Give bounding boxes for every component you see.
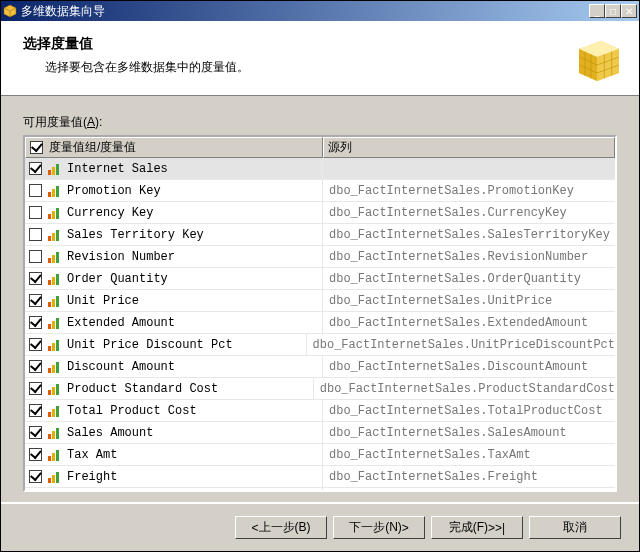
source-column: dbo_FactInternetSales.ProductStandardCos… [314, 382, 615, 396]
source-column: dbo_FactInternetSales.SalesTerritoryKey [323, 228, 615, 242]
measures-table: 度量值组/度量值 源列 Internet SalesPromotion Keyd… [23, 135, 617, 492]
minimize-button[interactable]: _ [589, 4, 605, 18]
table-row[interactable]: Internet Sales 计数dbo_FactInternetSales [25, 488, 615, 490]
wizard-cube-icon [569, 37, 621, 85]
measure-icon [48, 471, 61, 483]
source-column: dbo_FactInternetSales.TaxAmt [323, 448, 615, 462]
maximize-button[interactable]: □ [605, 4, 621, 18]
source-column: dbo_FactInternetSales.UnitPrice [323, 294, 615, 308]
measure-name: Tax Amt [67, 448, 117, 462]
col-header-group[interactable]: 度量值组/度量值 [25, 137, 323, 158]
row-checkbox[interactable] [29, 404, 42, 417]
source-column: dbo_FactInternetSales.RevisionNumber [323, 250, 615, 264]
page-subtitle: 选择要包含在多维数据集中的度量值。 [45, 59, 569, 76]
row-checkbox[interactable] [29, 206, 42, 219]
page-title: 选择度量值 [23, 35, 569, 53]
measure-name: Sales Territory Key [67, 228, 204, 242]
measure-name: Unit Price Discount Pct [67, 338, 233, 352]
source-column: dbo_FactInternetSales.TotalProductCost [323, 404, 615, 418]
row-checkbox[interactable] [29, 360, 42, 373]
measure-icon [48, 339, 61, 351]
measure-icon [48, 383, 61, 395]
title-bar: 多维数据集向导 _ □ ✕ [1, 1, 639, 21]
measure-icon [48, 207, 61, 219]
measure-icon [48, 163, 61, 175]
window-buttons: _ □ ✕ [589, 4, 637, 18]
wizard-window: 多维数据集向导 _ □ ✕ 选择度量值 选择要包含在多维数据集中的度量值。 [0, 0, 640, 552]
table-row[interactable]: Order Quantitydbo_FactInternetSales.Orde… [25, 268, 615, 290]
measure-name: Unit Price [67, 294, 139, 308]
close-button[interactable]: ✕ [621, 4, 637, 18]
back-button[interactable]: 上一步(B) [235, 516, 327, 539]
finish-button[interactable]: 完成(F) >>| [431, 516, 523, 539]
table-row[interactable]: Sales Territory Keydbo_FactInternetSales… [25, 224, 615, 246]
row-checkbox[interactable] [29, 184, 42, 197]
measure-icon [48, 185, 61, 197]
row-checkbox[interactable] [29, 448, 42, 461]
table-row[interactable]: Sales Amountdbo_FactInternetSales.SalesA… [25, 422, 615, 444]
window-title: 多维数据集向导 [21, 3, 589, 20]
source-column: dbo_FactInternetSales.ExtendedAmount [323, 316, 615, 330]
table-row[interactable]: Discount Amountdbo_FactInternetSales.Dis… [25, 356, 615, 378]
table-row[interactable]: Extended Amountdbo_FactInternetSales.Ext… [25, 312, 615, 334]
measure-icon [48, 317, 61, 329]
row-checkbox[interactable] [29, 470, 42, 483]
cube-icon [3, 4, 17, 18]
next-button[interactable]: 下一步(N) [333, 516, 425, 539]
wizard-footer: 上一步(B) 下一步(N) 完成(F) >>| 取消 [1, 503, 639, 551]
table-row[interactable]: Internet Sales [25, 158, 615, 180]
measure-name: Currency Key [67, 206, 153, 220]
select-all-checkbox[interactable] [30, 141, 43, 154]
measure-name: Order Quantity [67, 272, 168, 286]
table-row[interactable]: Unit Price Discount Pctdbo_FactInternetS… [25, 334, 615, 356]
measure-name: Total Product Cost [67, 404, 197, 418]
wizard-header: 选择度量值 选择要包含在多维数据集中的度量值。 [1, 21, 639, 96]
source-column: dbo_FactInternetSales.DiscountAmount [323, 360, 615, 374]
table-row[interactable]: Currency Keydbo_FactInternetSales.Curren… [25, 202, 615, 224]
table-row[interactable]: Revision Numberdbo_FactInternetSales.Rev… [25, 246, 615, 268]
cancel-button[interactable]: 取消 [529, 516, 621, 539]
row-checkbox[interactable] [29, 294, 42, 307]
available-measures-label: 可用度量值(A): [23, 114, 617, 131]
row-checkbox[interactable] [29, 316, 42, 329]
table-row[interactable]: Tax Amtdbo_FactInternetSales.TaxAmt [25, 444, 615, 466]
table-row[interactable]: Freightdbo_FactInternetSales.Freight [25, 466, 615, 488]
measure-icon [48, 251, 61, 263]
measure-name: Product Standard Cost [67, 382, 218, 396]
measure-name: Promotion Key [67, 184, 161, 198]
table-row[interactable]: Unit Pricedbo_FactInternetSales.UnitPric… [25, 290, 615, 312]
row-checkbox[interactable] [29, 426, 42, 439]
source-column: dbo_FactInternetSales.CurrencyKey [323, 206, 615, 220]
row-checkbox[interactable] [29, 272, 42, 285]
source-column: dbo_FactInternetSales.UnitPriceDiscountP… [307, 338, 615, 352]
measure-icon [48, 273, 61, 285]
source-column: dbo_FactInternetSales.SalesAmount [323, 426, 615, 440]
measure-icon [48, 427, 61, 439]
measure-icon [48, 449, 61, 461]
measure-name: Sales Amount [67, 426, 153, 440]
col-header-source[interactable]: 源列 [323, 137, 615, 158]
source-column: dbo_FactInternetSales.PromotionKey [323, 184, 615, 198]
measure-name: Extended Amount [67, 316, 175, 330]
table-row[interactable]: Total Product Costdbo_FactInternetSales.… [25, 400, 615, 422]
wizard-body: 可用度量值(A): 度量值组/度量值 源列 Internet SalesProm… [1, 96, 639, 502]
row-checkbox[interactable] [29, 338, 42, 351]
row-checkbox[interactable] [29, 382, 42, 395]
row-checkbox[interactable] [29, 162, 42, 175]
measure-icon [48, 405, 61, 417]
table-header: 度量值组/度量值 源列 [25, 137, 615, 158]
measure-name: Internet Sales [67, 162, 168, 176]
row-checkbox[interactable] [29, 228, 42, 241]
table-body: Internet SalesPromotion Keydbo_FactInter… [25, 158, 615, 490]
source-column: dbo_FactInternetSales.Freight [323, 470, 615, 484]
table-row[interactable]: Product Standard Costdbo_FactInternetSal… [25, 378, 615, 400]
row-checkbox[interactable] [29, 250, 42, 263]
measure-icon [48, 361, 61, 373]
source-column: dbo_FactInternetSales.OrderQuantity [323, 272, 615, 286]
measure-icon [48, 229, 61, 241]
measure-name: Revision Number [67, 250, 175, 264]
measure-name: Freight [67, 470, 117, 484]
measure-name: Discount Amount [67, 360, 175, 374]
table-row[interactable]: Promotion Keydbo_FactInternetSales.Promo… [25, 180, 615, 202]
measure-icon [48, 295, 61, 307]
